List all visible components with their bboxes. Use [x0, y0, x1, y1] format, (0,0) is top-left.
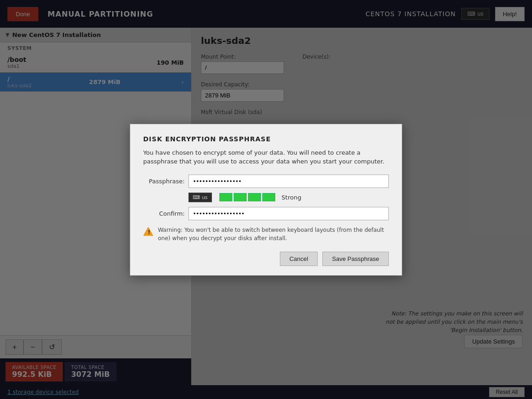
passphrase-row: Passphrase: — [143, 175, 389, 188]
strength-bar-4 — [262, 193, 275, 201]
passphrase-input[interactable] — [188, 175, 389, 188]
keyboard-layout-indicator[interactable]: ⌨ us — [188, 193, 212, 202]
modal-buttons: Cancel Save Passphrase — [143, 252, 389, 266]
strength-row: ⌨ us Strong — [143, 193, 389, 202]
strength-bars — [219, 193, 275, 201]
confirm-row: Confirm: — [143, 207, 389, 220]
warning-text: Warning: You won't be able to switch bet… — [158, 226, 389, 242]
passphrase-label: Passphrase: — [143, 178, 185, 185]
warning-icon: ! — [143, 226, 153, 236]
cancel-button[interactable]: Cancel — [280, 252, 318, 266]
svg-text:!: ! — [148, 229, 150, 236]
confirm-input[interactable] — [188, 207, 389, 220]
modal-description: You have chosen to encrypt some of your … — [143, 148, 389, 166]
keyboard-indicator-icon: ⌨ — [193, 194, 200, 200]
save-passphrase-button[interactable]: Save Passphrase — [322, 252, 389, 266]
strength-bar-3 — [248, 193, 261, 201]
modal-overlay: DISK ENCRYPTION PASSPHRASE You have chos… — [0, 0, 532, 399]
modal-title: DISK ENCRYPTION PASSPHRASE — [143, 135, 389, 143]
strength-bar-1 — [219, 193, 232, 201]
strength-bar-2 — [234, 193, 247, 201]
keyboard-indicator-label: us — [202, 194, 208, 200]
disk-encryption-modal: DISK ENCRYPTION PASSPHRASE You have chos… — [130, 124, 402, 276]
confirm-label: Confirm: — [143, 210, 185, 217]
strength-label: Strong — [282, 194, 302, 201]
warning-row: ! Warning: You won't be able to switch b… — [143, 226, 389, 242]
